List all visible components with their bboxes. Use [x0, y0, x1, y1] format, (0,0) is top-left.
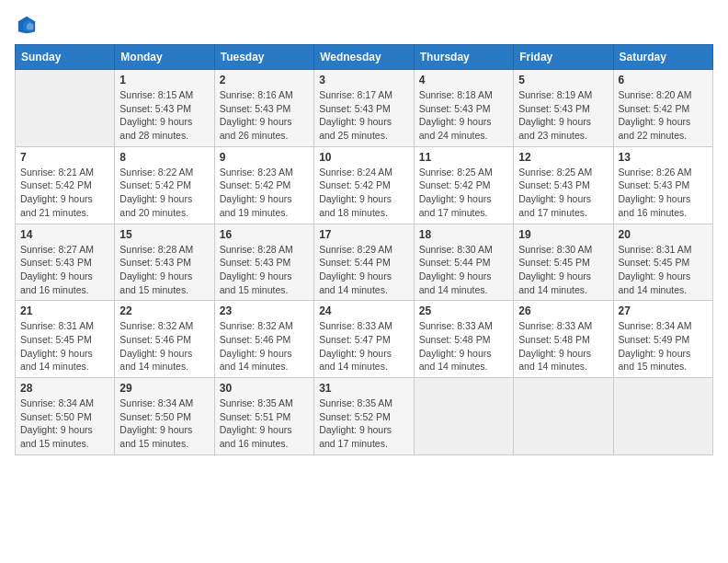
calendar-cell: 8Sunrise: 8:22 AM Sunset: 5:42 PM Daylig…: [115, 146, 214, 224]
logo: [15, 15, 37, 35]
calendar-table: SundayMondayTuesdayWednesdayThursdayFrid…: [15, 44, 713, 455]
day-number: 5: [518, 74, 608, 86]
day-number: 11: [419, 151, 508, 164]
day-info: Sunrise: 8:29 AM Sunset: 5:44 PM Dayligh…: [319, 243, 409, 297]
calendar-cell: 31Sunrise: 8:35 AM Sunset: 5:52 PM Dayli…: [314, 378, 415, 455]
day-info: Sunrise: 8:33 AM Sunset: 5:48 PM Dayligh…: [518, 319, 608, 373]
day-info: Sunrise: 8:16 AM Sunset: 5:43 PM Dayligh…: [220, 88, 309, 143]
day-number: 10: [319, 151, 409, 164]
calendar-cell: 25Sunrise: 8:33 AM Sunset: 5:48 PM Dayli…: [414, 301, 513, 378]
day-number: 2: [220, 74, 309, 86]
header-day-thursday: Thursday: [414, 45, 513, 70]
day-number: 29: [119, 382, 209, 395]
day-number: 26: [518, 304, 608, 317]
calendar-cell: 18Sunrise: 8:30 AM Sunset: 5:44 PM Dayli…: [414, 224, 513, 301]
day-number: 8: [119, 151, 209, 164]
day-info: Sunrise: 8:30 AM Sunset: 5:45 PM Dayligh…: [518, 243, 608, 297]
day-info: Sunrise: 8:33 AM Sunset: 5:47 PM Dayligh…: [319, 319, 409, 373]
day-number: 4: [419, 74, 508, 86]
day-info: Sunrise: 8:34 AM Sunset: 5:50 PM Dayligh…: [119, 396, 209, 451]
calendar-cell: 7Sunrise: 8:21 AM Sunset: 5:42 PM Daylig…: [16, 146, 115, 224]
day-info: Sunrise: 8:34 AM Sunset: 5:49 PM Dayligh…: [619, 319, 709, 373]
week-row-4: 21Sunrise: 8:31 AM Sunset: 5:45 PM Dayli…: [16, 301, 713, 378]
day-info: Sunrise: 8:26 AM Sunset: 5:43 PM Dayligh…: [619, 166, 709, 220]
day-number: 12: [518, 151, 608, 164]
day-info: Sunrise: 8:24 AM Sunset: 5:42 PM Dayligh…: [319, 166, 409, 220]
day-info: Sunrise: 8:33 AM Sunset: 5:48 PM Dayligh…: [419, 319, 508, 373]
calendar-cell: 30Sunrise: 8:35 AM Sunset: 5:51 PM Dayli…: [214, 378, 313, 455]
day-info: Sunrise: 8:21 AM Sunset: 5:42 PM Dayligh…: [20, 166, 109, 220]
calendar-cell: 19Sunrise: 8:30 AM Sunset: 5:45 PM Dayli…: [514, 224, 613, 301]
day-info: Sunrise: 8:35 AM Sunset: 5:51 PM Dayligh…: [220, 396, 309, 451]
calendar-cell: 1Sunrise: 8:15 AM Sunset: 5:43 PM Daylig…: [115, 70, 214, 147]
calendar-cell: [613, 378, 713, 455]
header-day-monday: Monday: [115, 45, 214, 70]
calendar-cell: [16, 70, 115, 147]
day-info: Sunrise: 8:31 AM Sunset: 5:45 PM Dayligh…: [619, 243, 709, 297]
calendar-cell: 28Sunrise: 8:34 AM Sunset: 5:50 PM Dayli…: [16, 378, 115, 455]
week-row-1: 1Sunrise: 8:15 AM Sunset: 5:43 PM Daylig…: [16, 70, 713, 147]
day-info: Sunrise: 8:23 AM Sunset: 5:42 PM Dayligh…: [220, 166, 309, 220]
day-number: 25: [419, 304, 508, 317]
day-info: Sunrise: 8:30 AM Sunset: 5:44 PM Dayligh…: [419, 243, 508, 297]
calendar-cell: [514, 378, 613, 455]
day-info: Sunrise: 8:32 AM Sunset: 5:46 PM Dayligh…: [119, 319, 209, 373]
day-info: Sunrise: 8:28 AM Sunset: 5:43 PM Dayligh…: [220, 243, 309, 297]
day-number: 13: [619, 151, 709, 164]
day-number: 15: [119, 228, 209, 241]
calendar-cell: 4Sunrise: 8:18 AM Sunset: 5:43 PM Daylig…: [414, 70, 513, 147]
calendar-cell: 26Sunrise: 8:33 AM Sunset: 5:48 PM Dayli…: [514, 301, 613, 378]
day-info: Sunrise: 8:28 AM Sunset: 5:43 PM Dayligh…: [119, 243, 209, 297]
day-number: 23: [220, 304, 309, 317]
calendar-cell: 16Sunrise: 8:28 AM Sunset: 5:43 PM Dayli…: [214, 224, 313, 301]
day-info: Sunrise: 8:17 AM Sunset: 5:43 PM Dayligh…: [319, 88, 409, 143]
calendar-cell: 13Sunrise: 8:26 AM Sunset: 5:43 PM Dayli…: [613, 146, 713, 224]
calendar-header: SundayMondayTuesdayWednesdayThursdayFrid…: [16, 45, 713, 70]
day-info: Sunrise: 8:18 AM Sunset: 5:43 PM Dayligh…: [419, 88, 508, 143]
day-number: 20: [619, 228, 709, 241]
day-number: 27: [619, 304, 709, 317]
calendar-cell: 9Sunrise: 8:23 AM Sunset: 5:42 PM Daylig…: [214, 146, 313, 224]
day-number: 30: [220, 382, 309, 395]
header-day-saturday: Saturday: [613, 45, 713, 70]
week-row-2: 7Sunrise: 8:21 AM Sunset: 5:42 PM Daylig…: [16, 146, 713, 224]
day-number: 7: [20, 151, 109, 164]
day-number: 3: [319, 74, 409, 86]
calendar-cell: 24Sunrise: 8:33 AM Sunset: 5:47 PM Dayli…: [314, 301, 415, 378]
day-info: Sunrise: 8:34 AM Sunset: 5:50 PM Dayligh…: [20, 396, 109, 451]
calendar-cell: 20Sunrise: 8:31 AM Sunset: 5:45 PM Dayli…: [613, 224, 713, 301]
calendar-cell: 29Sunrise: 8:34 AM Sunset: 5:50 PM Dayli…: [115, 378, 214, 455]
day-info: Sunrise: 8:15 AM Sunset: 5:43 PM Dayligh…: [119, 88, 209, 143]
calendar-cell: 3Sunrise: 8:17 AM Sunset: 5:43 PM Daylig…: [314, 70, 415, 147]
calendar-cell: 21Sunrise: 8:31 AM Sunset: 5:45 PM Dayli…: [16, 301, 115, 378]
day-info: Sunrise: 8:22 AM Sunset: 5:42 PM Dayligh…: [119, 166, 209, 220]
calendar-cell: 23Sunrise: 8:32 AM Sunset: 5:46 PM Dayli…: [214, 301, 313, 378]
week-row-3: 14Sunrise: 8:27 AM Sunset: 5:43 PM Dayli…: [16, 224, 713, 301]
header-row: SundayMondayTuesdayWednesdayThursdayFrid…: [16, 45, 713, 70]
day-info: Sunrise: 8:35 AM Sunset: 5:52 PM Dayligh…: [319, 396, 409, 451]
day-number: 9: [220, 151, 309, 164]
calendar-cell: 5Sunrise: 8:19 AM Sunset: 5:43 PM Daylig…: [514, 70, 613, 147]
calendar-cell: 15Sunrise: 8:28 AM Sunset: 5:43 PM Dayli…: [115, 224, 214, 301]
day-info: Sunrise: 8:27 AM Sunset: 5:43 PM Dayligh…: [20, 243, 109, 297]
header-day-tuesday: Tuesday: [214, 45, 313, 70]
calendar-cell: 6Sunrise: 8:20 AM Sunset: 5:42 PM Daylig…: [613, 70, 713, 147]
calendar-body: 1Sunrise: 8:15 AM Sunset: 5:43 PM Daylig…: [16, 70, 713, 455]
logo-icon: [17, 15, 37, 35]
day-number: 1: [119, 74, 209, 86]
calendar-cell: 11Sunrise: 8:25 AM Sunset: 5:42 PM Dayli…: [414, 146, 513, 224]
calendar-cell: 27Sunrise: 8:34 AM Sunset: 5:49 PM Dayli…: [613, 301, 713, 378]
day-number: 16: [220, 228, 309, 241]
day-info: Sunrise: 8:32 AM Sunset: 5:46 PM Dayligh…: [220, 319, 309, 373]
day-number: 14: [20, 228, 109, 241]
week-row-5: 28Sunrise: 8:34 AM Sunset: 5:50 PM Dayli…: [16, 378, 713, 455]
calendar-cell: [414, 378, 513, 455]
calendar-cell: 22Sunrise: 8:32 AM Sunset: 5:46 PM Dayli…: [115, 301, 214, 378]
day-info: Sunrise: 8:19 AM Sunset: 5:43 PM Dayligh…: [518, 88, 608, 143]
calendar-cell: 14Sunrise: 8:27 AM Sunset: 5:43 PM Dayli…: [16, 224, 115, 301]
calendar-cell: 10Sunrise: 8:24 AM Sunset: 5:42 PM Dayli…: [314, 146, 415, 224]
day-number: 21: [20, 304, 109, 317]
header-day-sunday: Sunday: [16, 45, 115, 70]
header-day-friday: Friday: [514, 45, 613, 70]
header: [15, 15, 713, 35]
